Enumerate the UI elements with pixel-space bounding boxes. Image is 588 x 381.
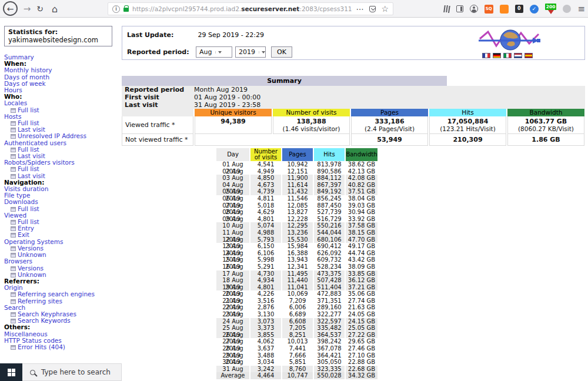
table-row: 21 Aug 20193,5167,209371,35127.74 GB: [216, 298, 586, 305]
table-row: 29 Aug 20193,4887,666364,42127.10 GB: [216, 352, 586, 359]
last-update-label: Last Update:: [127, 31, 196, 39]
start-button[interactable]: [0, 363, 22, 381]
daily-stats-table: DayNumber of visitsPagesHitsBandwidth 01…: [216, 148, 586, 379]
page-actions-icon[interactable]: ⋯: [356, 5, 364, 14]
sidebar-item[interactable]: Browsers: [4, 258, 121, 265]
http-status-extension-icon[interactable]: 200: [545, 4, 557, 14]
disabled-extension-icon[interactable]: [563, 5, 571, 13]
not-viewed-traffic-row: Not viewed traffic * 53,949210,3091.86 G…: [122, 134, 585, 146]
mini-table-icon: [11, 207, 16, 212]
statistics-for-label: Statistics for:: [8, 28, 108, 36]
status-badge: 200: [545, 4, 557, 10]
mini-table-icon: [11, 154, 16, 159]
table-row: 26 Aug 20193,8558,251364,53727.22 GB: [216, 332, 586, 339]
table-row: 08 Aug 20194,62913,827527,73930.94 GB: [216, 209, 586, 216]
flag-france-icon[interactable]: [482, 53, 490, 58]
table-row: 14 Aug 20196,10616,388626,09244.74 GB: [216, 250, 586, 257]
viewed-traffic-row: Viewed traffic * 94,389138,388(1.46 visi…: [122, 116, 585, 134]
chevron-down-icon: [215, 51, 223, 54]
sidebar-item[interactable]: Monthly history: [4, 67, 121, 73]
mini-table-icon: [11, 148, 16, 152]
mini-table-icon: [11, 253, 16, 258]
mini-table-icon: [11, 345, 16, 350]
not-viewed-traffic-cell: 1.86 GB: [507, 134, 584, 146]
account-icon[interactable]: [470, 5, 478, 13]
awstats-logo[interactable]: [477, 27, 543, 53]
orange-extension-icon[interactable]: [500, 5, 509, 14]
table-row: 04 Aug 20194,67311,614867,39740.82 GB: [216, 182, 586, 189]
table-row: 03 Aug 20194,85011,900884,11242.08 GB: [216, 175, 586, 182]
sidebar-toggle-icon[interactable]: [456, 5, 463, 12]
summary-column-header: Number of visits: [273, 109, 350, 116]
home-button[interactable]: ⌂: [48, 0, 61, 18]
mini-table-icon: [11, 167, 16, 172]
sidebar-item[interactable]: Full list: [4, 166, 121, 172]
reload-button[interactable]: ↻: [34, 0, 46, 18]
menu-icon[interactable]: ≡: [577, 4, 585, 14]
sidebar-item[interactable]: Downloads: [4, 199, 121, 205]
awstats-sidebar: Statistics for: yakimawebsitedesign.com …: [0, 18, 121, 363]
sidebar-item[interactable]: Exit: [4, 232, 121, 238]
flag-germany-icon[interactable]: [493, 53, 501, 58]
daily-column-header: Day: [216, 148, 249, 161]
flag-spain-icon[interactable]: [524, 53, 533, 58]
flag-italy-icon[interactable]: [503, 53, 512, 58]
mini-table-icon: [11, 121, 16, 126]
counter-extension-icon[interactable]: 0: [515, 5, 523, 13]
viewed-traffic-cell: 333,186(2.4 Pages/Visit): [351, 116, 428, 134]
url-text: https://a2plvcpnl295744.prod.iad2.secure…: [132, 5, 352, 12]
summary-column-header: Bandwidth: [507, 109, 584, 116]
table-row: 02 Aug 20194,94912,151890,58642.13 GB: [216, 168, 586, 175]
table-row: 31 Aug 20193,2428,760323,33522.68 GB: [216, 366, 586, 373]
summary-info-row: First visit01 Aug 2019 - 00:00: [122, 93, 585, 101]
mini-table-icon: [11, 128, 16, 132]
table-row: 06 Aug 20194,81111,546856,24538.04 GB: [216, 195, 586, 202]
table-row: 07 Aug 20195,01812,085887,45039.03 GB: [216, 202, 586, 209]
pocket-icon[interactable]: [369, 6, 376, 12]
status-pin-icon: [548, 10, 554, 14]
viewed-traffic-cell: 17,050,884(123.21 Hits/Visit): [429, 116, 506, 134]
summary-title: Summary: [122, 76, 447, 86]
sidebar-item[interactable]: Unresolved IP Address: [4, 133, 121, 139]
mini-table-icon: [11, 174, 16, 179]
summary-table: Reported periodMonth Aug 2019 First visi…: [122, 86, 585, 146]
table-row: 01 Aug 20194,54110,942813,97838.62 GB: [216, 161, 586, 168]
check-extension-icon[interactable]: ✓: [530, 5, 539, 14]
sidebar-item[interactable]: Referring search engines: [4, 291, 121, 298]
mini-table-icon: [11, 312, 16, 317]
table-row: 15 Aug 20195,99813,943609,73243.42 GB: [216, 256, 586, 263]
reported-period-label: Reported period:: [127, 48, 196, 56]
windows-logo-icon: [8, 369, 15, 376]
summary-info-row: Last visit31 Aug 2019 - 23:58: [122, 101, 585, 109]
flag-netherlands-icon[interactable]: [514, 53, 522, 58]
sidebar-item[interactable]: Locales: [4, 100, 121, 106]
table-row: 20 Aug 20194,22610,069472,88335.06 GB: [216, 290, 586, 298]
empty-cell: [195, 134, 350, 146]
year-select[interactable]: 2019: [235, 46, 266, 58]
search-placeholder: Type here to search: [41, 368, 111, 376]
browser-toolbar: ← → ↻ ⌂ i https://a2plvcpnl295744.prod.i…: [0, 0, 588, 18]
mini-table-icon: [11, 319, 16, 323]
daily-rows: 01 Aug 20194,54110,942813,97838.62 GB02 …: [216, 161, 586, 379]
site-domain: yakimawebsitedesign.com: [8, 36, 108, 44]
table-row: 18 Aug 20194,93411,440507,42836.12 GB: [216, 277, 586, 284]
table-row: Average4,46410,747550,02834.32 GB: [216, 372, 586, 379]
sidebar-item[interactable]: Full list: [4, 107, 121, 113]
forward-button[interactable]: →: [21, 0, 33, 18]
seoquake-extension-icon[interactable]: SQ: [485, 5, 493, 14]
library-icon[interactable]: [443, 5, 446, 12]
bookmark-star-icon[interactable]: ☆: [381, 4, 389, 14]
summary-info-row: Reported periodMonth Aug 2019: [122, 86, 585, 93]
address-bar[interactable]: i https://a2plvcpnl295744.prod.iad2.secu…: [108, 2, 393, 15]
site-info-icon[interactable]: i: [112, 5, 120, 13]
table-row: 17 Aug 20194,73011,495473,37533.85 GB: [216, 270, 586, 278]
taskbar-search[interactable]: Type here to search: [22, 363, 122, 381]
ok-button[interactable]: OK: [271, 46, 292, 58]
month-select[interactable]: Aug: [196, 46, 232, 58]
mini-table-icon: [11, 246, 16, 251]
table-row: 27 Aug 20194,06210,013398,24229.65 GB: [216, 338, 586, 345]
last-update-value: 29 Sep 2019 - 22:29: [198, 31, 264, 39]
back-button[interactable]: ←: [3, 1, 18, 16]
sidebar-item[interactable]: Error Hits (404): [4, 344, 121, 350]
statistics-for-box: Statistics for: yakimawebsitedesign.com: [4, 26, 112, 46]
